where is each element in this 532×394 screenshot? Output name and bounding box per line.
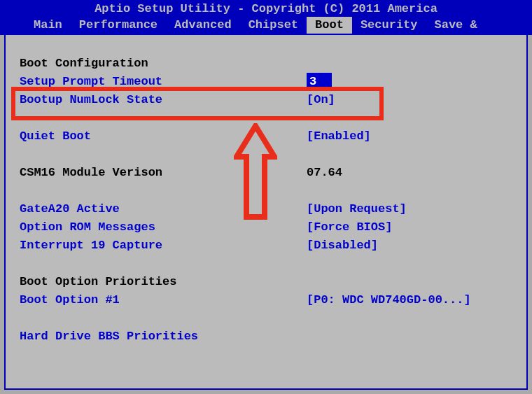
tab-chipset[interactable]: Chipset (240, 17, 307, 34)
gatea20-row[interactable]: GateA20 Active [Upon Request] (6, 200, 526, 218)
menu-tabs: MainPerformanceAdvancedChipsetBootSecuri… (0, 17, 532, 34)
int19-value: [Disabled] (307, 237, 512, 255)
setup-prompt-row[interactable]: Setup Prompt Timeout 3 (6, 73, 526, 91)
numlock-value: [On] (307, 91, 512, 109)
numlock-row[interactable]: Bootup NumLock State [On] (6, 91, 526, 109)
gatea20-value: [Upon Request] (307, 200, 512, 218)
int19-label: Interrupt 19 Capture (20, 237, 307, 255)
quietboot-value: [Enabled] (307, 127, 512, 146)
quietboot-label: Quiet Boot (20, 127, 307, 146)
quietboot-row[interactable]: Quiet Boot [Enabled] (6, 127, 526, 146)
hdd-bbs-label: Hard Drive BBS Priorities (20, 328, 307, 346)
optrom-value: [Force BIOS] (307, 218, 512, 237)
optrom-row[interactable]: Option ROM Messages [Force BIOS] (6, 218, 526, 237)
tab-advanced[interactable]: Advanced (166, 17, 240, 34)
bios-title: Aptio Setup Utility - Copyright (C) 2011… (0, 1, 532, 17)
tab-security[interactable]: Security (352, 17, 426, 34)
numlock-label: Bootup NumLock State (20, 91, 307, 109)
csm-label: CSM16 Module Verison (20, 164, 307, 182)
boot-config-header: Boot Configuration (6, 55, 526, 73)
hdd-bbs-row[interactable]: Hard Drive BBS Priorities (6, 328, 526, 346)
csm-row: CSM16 Module Verison 07.64 (6, 164, 526, 182)
tab-boot[interactable]: Boot (307, 17, 352, 34)
bootopt1-value: [P0: WDC WD740GD-00...] (307, 291, 512, 309)
int19-row[interactable]: Interrupt 19 Capture [Disabled] (6, 237, 526, 255)
optrom-label: Option ROM Messages (20, 218, 307, 237)
bootopt1-label: Boot Option #1 (20, 291, 307, 309)
setup-prompt-label: Setup Prompt Timeout (20, 73, 307, 91)
tab-main[interactable]: Main (25, 17, 71, 34)
tab-performance[interactable]: Performance (71, 17, 166, 34)
setup-prompt-value: 3 (307, 73, 512, 91)
boot-priorities-header: Boot Option Priorities (6, 273, 526, 291)
boot-panel: Boot Configuration Setup Prompt Timeout … (4, 34, 528, 390)
csm-value: 07.64 (307, 164, 512, 182)
tab-save-[interactable]: Save & (426, 17, 486, 34)
bootopt1-row[interactable]: Boot Option #1 [P0: WDC WD740GD-00...] (6, 291, 526, 309)
gatea20-label: GateA20 Active (20, 200, 307, 218)
